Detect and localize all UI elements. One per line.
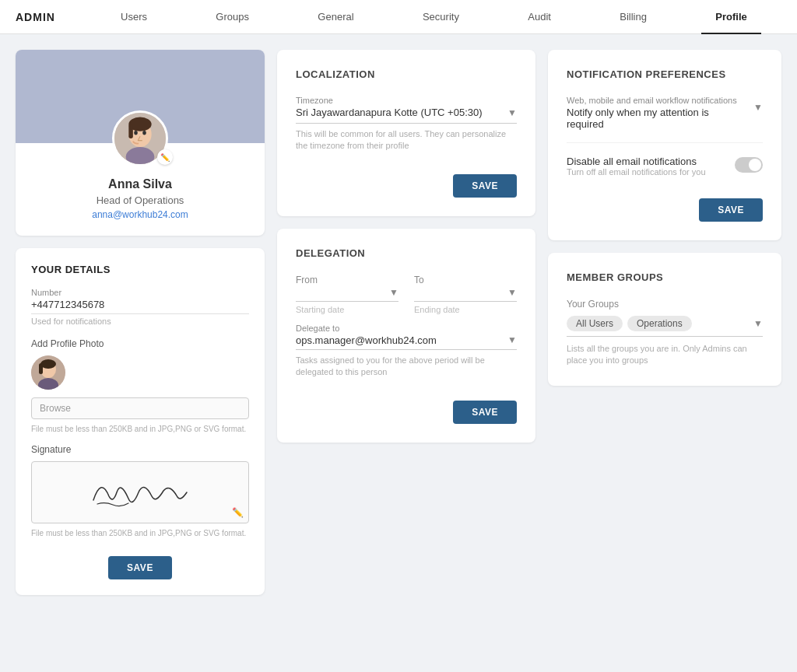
- delegate-to-select[interactable]: ops.manager@workhub24.com ▼: [296, 334, 517, 350]
- details-card: YOUR DETAILS Number +447712345678 Used f…: [16, 248, 265, 595]
- from-label: From: [296, 275, 398, 285]
- signature-edit-icon[interactable]: ✏️: [232, 507, 244, 518]
- from-date-hint: Starting date: [296, 305, 398, 314]
- svg-point-1: [126, 147, 155, 166]
- groups-hint: Lists all the groups you are in. Only Ad…: [567, 343, 763, 367]
- from-arrow-icon: ▼: [389, 287, 398, 298]
- group-tag-operations: Operations: [627, 316, 692, 331]
- add-photo-label: Add Profile Photo: [31, 338, 249, 349]
- member-groups-title: MEMBER GROUPS: [567, 271, 763, 283]
- to-arrow-icon: ▼: [507, 287, 517, 298]
- nav-menu: Users Groups General Security Audit Bill…: [86, 0, 781, 34]
- localization-card: LOCALIZATION Timezone Sri Jayawardanapur…: [277, 50, 535, 216]
- notif-pref-arrow-icon[interactable]: ▼: [753, 102, 763, 113]
- to-field: To ▼ Ending date: [414, 275, 517, 314]
- from-select[interactable]: ▼: [296, 287, 398, 302]
- nav-item-security[interactable]: Security: [409, 0, 473, 34]
- nav-item-profile[interactable]: Profile: [701, 0, 760, 34]
- localization-save-button[interactable]: SAVE: [453, 174, 517, 198]
- localization-title: LOCALIZATION: [296, 68, 517, 80]
- details-save-button[interactable]: SAVE: [108, 556, 172, 579]
- edit-avatar-icon[interactable]: ✏️: [157, 149, 173, 165]
- toggle-text-block: Disable all email notifications Turn off…: [567, 156, 727, 177]
- timezone-value: Sri Jayawardanapura Kotte (UTC +05:30): [296, 107, 483, 118]
- notif-pref-value: Notify only when my attention is require…: [567, 107, 747, 130]
- profile-name: Anna Silva: [28, 177, 252, 191]
- nav-item-audit[interactable]: Audit: [514, 0, 565, 34]
- top-navigation: ADMIN Users Groups General Security Audi…: [0, 0, 797, 34]
- profile-job-title: Head of Operations: [28, 194, 252, 206]
- signature-box[interactable]: ✏️: [31, 461, 249, 523]
- delegation-save-button[interactable]: SAVE: [453, 401, 517, 424]
- left-column: ✏️ Anna Silva Head of Operations anna@wo…: [16, 50, 265, 595]
- delegation-title: DELEGATION: [296, 247, 517, 259]
- delegation-date-row: From ▼ Starting date To ▼ Ending date: [296, 275, 517, 314]
- svg-point-11: [40, 359, 56, 369]
- number-hint: Used for notifications: [31, 317, 249, 326]
- timezone-arrow-icon: ▼: [507, 107, 517, 118]
- sig-file-hint: File must be less than 250KB and in JPG,…: [31, 528, 249, 539]
- number-field-group: Number +447712345678 Used for notificati…: [31, 288, 249, 326]
- delegate-hint: Tasks assigned to you for the above peri…: [296, 355, 517, 379]
- svg-rect-4: [128, 124, 133, 138]
- details-section-title: YOUR DETAILS: [31, 264, 249, 275]
- delegation-card: DELEGATION From ▼ Starting date To ▼: [277, 229, 535, 443]
- nav-item-groups[interactable]: Groups: [202, 0, 263, 34]
- groups-tags: All Users Operations: [567, 316, 692, 331]
- signature-label: Signature: [31, 444, 249, 455]
- localization-footer: SAVE: [296, 165, 517, 198]
- browse-text: Browse: [40, 403, 71, 414]
- email-toggle-row: Disable all email notifications Turn off…: [567, 156, 763, 177]
- to-date-hint: Ending date: [414, 305, 517, 314]
- delegate-to-group: Delegate to ops.manager@workhub24.com ▼ …: [296, 324, 517, 379]
- timezone-row: Timezone Sri Jayawardanapura Kotte (UTC …: [296, 96, 517, 152]
- nav-item-users[interactable]: Users: [107, 0, 161, 34]
- group-tag-all-users: All Users: [567, 316, 623, 331]
- photo-preview: [31, 355, 65, 390]
- delegate-arrow-icon: ▼: [507, 334, 517, 345]
- notif-pref-title: Web, mobile and email workflow notificat…: [567, 96, 747, 105]
- notification-pref-row: Web, mobile and email workflow notificat…: [567, 96, 763, 143]
- from-field: From ▼ Starting date: [296, 275, 398, 314]
- file-browse-input[interactable]: Browse: [31, 397, 249, 419]
- middle-column: LOCALIZATION Timezone Sri Jayawardanapur…: [277, 50, 535, 595]
- delegate-to-label: Delegate to: [296, 324, 517, 333]
- profile-card: ✏️ Anna Silva Head of Operations anna@wo…: [16, 50, 265, 236]
- nav-item-billing[interactable]: Billing: [606, 0, 661, 34]
- brand-logo: ADMIN: [16, 11, 55, 23]
- photo-file-hint: File must be less than 250KB and in JPG,…: [31, 424, 249, 435]
- svg-point-5: [134, 131, 138, 135]
- notifications-card: NOTIFICATION PREFERENCES Web, mobile and…: [548, 50, 781, 240]
- page-content: ✏️ Anna Silva Head of Operations anna@wo…: [0, 34, 797, 611]
- notif-text-block: Web, mobile and email workflow notificat…: [567, 96, 747, 130]
- delegation-footer: SAVE: [296, 391, 517, 424]
- svg-point-6: [142, 131, 146, 135]
- timezone-hint: This will be common for all users. They …: [296, 128, 517, 152]
- your-groups-label: Your Groups: [567, 299, 763, 310]
- groups-select-row[interactable]: All Users Operations ▼: [567, 316, 763, 337]
- to-select[interactable]: ▼: [414, 287, 517, 302]
- number-label: Number: [31, 288, 249, 297]
- email-notifications-toggle[interactable]: [735, 157, 763, 173]
- number-value: +447712345678: [31, 299, 249, 314]
- to-label: To: [414, 275, 517, 285]
- notifications-title: NOTIFICATION PREFERENCES: [567, 68, 763, 80]
- toggle-title: Disable all email notifications: [567, 156, 727, 167]
- right-column: NOTIFICATION PREFERENCES Web, mobile and…: [548, 50, 781, 595]
- profile-email[interactable]: anna@workhub24.com: [28, 209, 252, 220]
- notifications-footer: SAVE: [567, 189, 763, 222]
- profile-banner: ✏️: [16, 50, 265, 143]
- toggle-hint: Turn off all email notifications for you: [567, 167, 727, 177]
- timezone-label: Timezone: [296, 96, 517, 105]
- delegate-to-value: ops.manager@workhub24.com: [296, 334, 437, 346]
- timezone-select[interactable]: Sri Jayawardanapura Kotte (UTC +05:30) ▼: [296, 107, 517, 124]
- member-groups-card: MEMBER GROUPS Your Groups All Users Oper…: [548, 253, 781, 386]
- groups-arrow-icon[interactable]: ▼: [753, 318, 763, 329]
- nav-item-general[interactable]: General: [304, 0, 367, 34]
- notifications-save-button[interactable]: SAVE: [699, 198, 763, 222]
